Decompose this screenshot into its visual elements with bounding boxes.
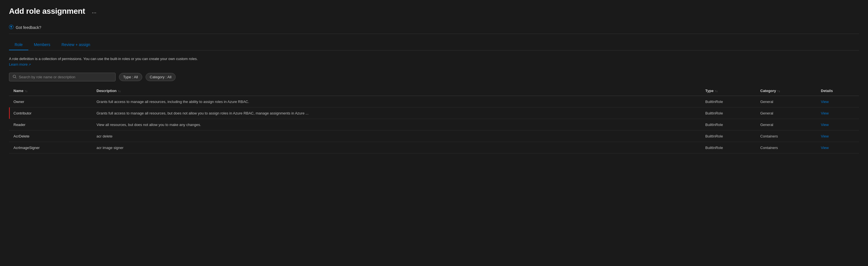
row-name: Contributor: [13, 111, 92, 115]
table-row[interactable]: Reader View all resources, but does not …: [9, 119, 859, 130]
row-category: Containers: [760, 134, 816, 138]
row-details: View: [821, 122, 855, 127]
view-link[interactable]: View: [821, 111, 829, 115]
row-details: View: [821, 145, 855, 150]
col-header-details-label: Details: [821, 89, 833, 93]
tab-review-assign[interactable]: Review + assign: [56, 39, 96, 50]
feedback-icon: [9, 25, 13, 30]
table-row[interactable]: Contributor Grants full access to manage…: [9, 108, 859, 119]
tab-members[interactable]: Members: [28, 39, 56, 50]
name-sort-icon: ↑↓: [24, 89, 28, 93]
row-category: Containers: [760, 146, 816, 150]
col-header-category[interactable]: Category ↑↓: [760, 89, 816, 93]
feedback-bar: Got feedback?: [9, 21, 859, 34]
row-type: BuiltInRole: [705, 99, 756, 104]
row-details: View: [821, 134, 855, 138]
ellipsis-button[interactable]: ...: [90, 7, 99, 16]
search-input[interactable]: [19, 75, 112, 79]
row-type: BuiltInRole: [705, 123, 756, 127]
description-section: A role definition is a collection of per…: [9, 56, 205, 67]
col-header-type-label: Type: [705, 89, 713, 93]
view-link[interactable]: View: [821, 99, 829, 104]
row-description: acr image signer: [96, 146, 701, 150]
type-sort-icon: ↑↓: [715, 89, 718, 93]
col-header-name-label: Name: [13, 89, 23, 93]
row-details: View: [821, 99, 855, 104]
view-link[interactable]: View: [821, 134, 829, 138]
tab-role[interactable]: Role: [9, 39, 28, 50]
category-filter-button[interactable]: Category : All: [146, 73, 176, 81]
description-text: A role definition is a collection of per…: [9, 57, 198, 61]
row-name: Reader: [13, 123, 92, 127]
row-description: Grants full access to manage all resourc…: [96, 111, 701, 115]
col-header-description[interactable]: Description ↑↓: [96, 89, 701, 93]
desc-sort-icon: ↑↓: [118, 89, 121, 93]
tabs-container: Role Members Review + assign: [9, 39, 859, 51]
roles-table: Name ↑↓ Description ↑↓ Type ↑↓ Category …: [9, 86, 859, 153]
table-row[interactable]: AcrDelete acr delete BuiltInRole Contain…: [9, 130, 859, 142]
svg-point-0: [13, 75, 16, 78]
row-category: General: [760, 123, 816, 127]
row-name: Owner: [13, 99, 92, 104]
col-header-type[interactable]: Type ↑↓: [705, 89, 756, 93]
row-category: General: [760, 111, 816, 115]
feedback-text: Got feedback?: [16, 25, 41, 30]
row-type: BuiltInRole: [705, 134, 756, 138]
col-header-name[interactable]: Name ↑↓: [13, 89, 92, 93]
search-box: [9, 73, 116, 81]
view-link[interactable]: View: [821, 146, 829, 150]
row-type: BuiltInRole: [705, 146, 756, 150]
row-name: AcrDelete: [13, 134, 92, 138]
row-description: acr delete: [96, 134, 701, 138]
table-row[interactable]: Owner Grants full access to manage all r…: [9, 96, 859, 108]
row-type: BuiltInRole: [705, 111, 756, 115]
view-link[interactable]: View: [821, 123, 829, 127]
page-header: Add role assignment ...: [9, 7, 859, 16]
learn-more-link[interactable]: Learn more↗: [9, 62, 31, 66]
row-details: View: [821, 111, 855, 115]
table-row[interactable]: AcrImageSigner acr image signer BuiltInR…: [9, 142, 859, 153]
page-title: Add role assignment: [9, 7, 85, 16]
row-name: AcrImageSigner: [13, 146, 92, 150]
col-header-details: Details: [821, 89, 855, 93]
search-icon: [12, 75, 17, 80]
type-filter-button[interactable]: Type : All: [119, 73, 142, 81]
svg-line-1: [16, 78, 17, 79]
col-header-desc-label: Description: [96, 89, 117, 93]
external-link-icon: ↗: [28, 63, 31, 66]
row-description: Grants full access to manage all resourc…: [96, 99, 701, 104]
page-container: Add role assignment ... Got feedback? Ro…: [0, 0, 868, 160]
filters-row: Type : All Category : All: [9, 73, 859, 81]
table-header: Name ↑↓ Description ↑↓ Type ↑↓ Category …: [9, 86, 859, 96]
row-category: General: [760, 99, 816, 104]
row-description: View all resources, but does not allow y…: [96, 123, 701, 127]
cat-sort-icon: ↑↓: [777, 89, 780, 93]
col-header-cat-label: Category: [760, 89, 776, 93]
